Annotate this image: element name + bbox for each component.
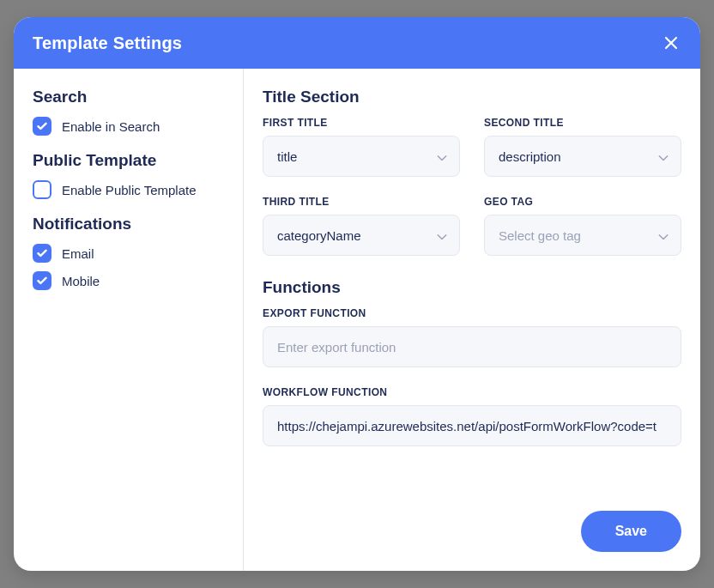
first-title-label: FIRST TITLE — [263, 117, 460, 129]
chevron-down-icon — [437, 149, 447, 164]
modal-title: Template Settings — [33, 33, 182, 53]
enable-public-template-label: Enable Public Template — [62, 183, 197, 197]
notification-mobile-checkbox[interactable] — [33, 271, 51, 290]
check-icon — [37, 122, 47, 130]
second-title-label: SECOND TITLE — [484, 117, 681, 129]
check-icon — [37, 276, 47, 285]
second-title-value: description — [499, 149, 561, 164]
chevron-down-icon — [658, 149, 669, 164]
enable-search-label: Enable in Search — [62, 119, 160, 134]
close-button[interactable] — [661, 33, 681, 53]
modal-body: Search Enable in Search Public Template … — [14, 69, 700, 571]
enable-public-template-row: Enable Public Template — [33, 180, 224, 199]
check-icon — [37, 249, 47, 258]
search-section-title: Search — [33, 88, 224, 106]
first-title-value: title — [277, 149, 297, 164]
second-title-group: SECOND TITLE description — [484, 117, 681, 177]
public-template-section-title: Public Template — [33, 151, 224, 170]
chevron-down-icon — [658, 228, 669, 243]
chevron-down-icon — [437, 228, 447, 243]
main-panel: Title Section FIRST TITLE title SECOND T… — [244, 69, 700, 571]
enable-search-checkbox[interactable] — [33, 117, 51, 136]
template-settings-modal: Template Settings Search Enable in Searc… — [14, 17, 700, 571]
notification-email-label: Email — [62, 246, 94, 261]
export-function-label: EXPORT FUNCTION — [263, 307, 681, 319]
notification-mobile-label: Mobile — [62, 274, 100, 288]
sidebar: Search Enable in Search Public Template … — [14, 69, 244, 571]
geo-tag-group: GEO TAG Select geo tag — [484, 196, 681, 256]
export-function-input[interactable] — [263, 326, 681, 367]
geo-tag-label: GEO TAG — [484, 196, 681, 208]
notifications-section-title: Notifications — [33, 215, 224, 233]
title-section-grid: FIRST TITLE title SECOND TITLE descripti… — [263, 117, 681, 256]
third-title-value: categoryName — [277, 228, 361, 243]
workflow-function-input[interactable] — [263, 405, 681, 446]
enable-public-template-checkbox[interactable] — [33, 180, 51, 199]
close-icon — [663, 35, 679, 51]
modal-footer: Save — [263, 494, 681, 552]
geo-tag-select[interactable]: Select geo tag — [484, 215, 681, 256]
enable-search-row: Enable in Search — [33, 117, 224, 136]
modal-header: Template Settings — [14, 17, 700, 69]
first-title-group: FIRST TITLE title — [263, 117, 460, 177]
second-title-select[interactable]: description — [484, 136, 681, 177]
notification-email-row: Email — [33, 244, 224, 263]
third-title-group: THIRD TITLE categoryName — [263, 196, 460, 256]
save-button[interactable]: Save — [581, 511, 681, 552]
workflow-function-label: WORKFLOW FUNCTION — [263, 386, 681, 398]
export-function-group: EXPORT FUNCTION — [263, 307, 681, 367]
notification-email-checkbox[interactable] — [33, 244, 51, 263]
geo-tag-placeholder: Select geo tag — [499, 228, 581, 243]
notification-mobile-row: Mobile — [33, 271, 224, 290]
third-title-label: THIRD TITLE — [263, 196, 460, 208]
third-title-select[interactable]: categoryName — [263, 215, 460, 256]
first-title-select[interactable]: title — [263, 136, 460, 177]
functions-stack: EXPORT FUNCTION WORKFLOW FUNCTION — [263, 307, 681, 446]
workflow-function-group: WORKFLOW FUNCTION — [263, 386, 681, 446]
functions-heading: Functions — [263, 278, 681, 297]
title-section-heading: Title Section — [263, 88, 681, 106]
